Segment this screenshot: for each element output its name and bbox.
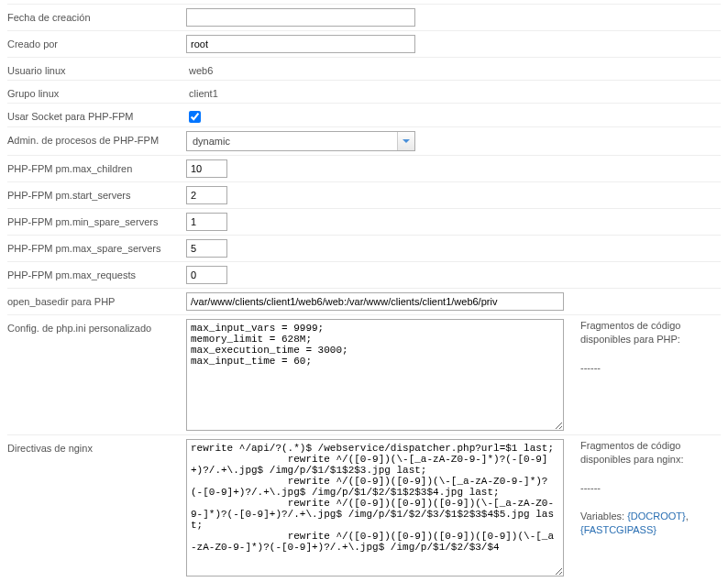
textarea-nginx[interactable]: rewrite ^/api/?(.*)$ /webservice/dispatc… bbox=[186, 439, 564, 577]
row-grupo-linux: Grupo linux client1 bbox=[7, 80, 721, 103]
select-pm-mode[interactable]: dynamic bbox=[186, 131, 415, 151]
input-pm-min-spare[interactable] bbox=[186, 213, 227, 231]
label-usuario-linux: Usuario linux bbox=[7, 61, 186, 76]
label-pm-max-requests: PHP-FPM pm.max_requests bbox=[7, 266, 186, 280]
row-usuario-linux: Usuario linux web6 bbox=[7, 57, 721, 80]
label-open-basedir: open_basedir para PHP bbox=[7, 292, 186, 307]
row-pm-mode: Admin. de procesos de PHP-FPM dynamic bbox=[7, 126, 721, 155]
value-usuario-linux: web6 bbox=[186, 61, 213, 76]
label-creado-por: Creado por bbox=[7, 35, 186, 49]
row-open-basedir: open_basedir para PHP bbox=[7, 288, 721, 314]
row-use-socket: Usar Socket para PHP-FPM bbox=[7, 103, 721, 126]
label-fecha-creacion: Fecha de creación bbox=[7, 8, 186, 23]
row-pm-max-spare: PHP-FPM pm.max_spare_servers bbox=[7, 235, 721, 261]
label-pm-mode: Admin. de procesos de PHP-FPM bbox=[7, 131, 186, 146]
link-docroot[interactable]: {DOCROOT} bbox=[627, 511, 686, 522]
nginx-snippets-dash: ------ bbox=[580, 481, 721, 495]
input-pm-max-children[interactable] bbox=[186, 159, 227, 178]
row-php-ini: Config. de php.ini personalizado max_inp… bbox=[7, 314, 721, 434]
label-pm-max-children: PHP-FPM pm.max_children bbox=[7, 159, 186, 174]
nginx-snippets-title: Fragmentos de código disponibles para ng… bbox=[580, 439, 721, 467]
link-fastcgipass[interactable]: {FASTCGIPASS} bbox=[580, 524, 656, 535]
row-creado-por: Creado por bbox=[7, 30, 721, 57]
row-pm-max-requests: PHP-FPM pm.max_requests bbox=[7, 261, 721, 288]
row-pm-max-children: PHP-FPM pm.max_children bbox=[7, 155, 721, 181]
row-nginx: Directivas de nginx rewrite ^/api/?(.*)$… bbox=[7, 434, 721, 580]
row-pm-start-servers: PHP-FPM pm.start_servers bbox=[7, 181, 721, 208]
input-creado-por[interactable] bbox=[186, 35, 415, 53]
input-pm-max-spare[interactable] bbox=[186, 239, 227, 258]
select-pm-mode-value: dynamic bbox=[187, 136, 397, 147]
label-pm-start-servers: PHP-FPM pm.start_servers bbox=[7, 186, 186, 201]
label-nginx: Directivas de nginx bbox=[7, 439, 186, 454]
nginx-vars-label: Variables: bbox=[580, 511, 627, 522]
textarea-php-ini[interactable]: max_input_vars = 9999; memory_limit = 62… bbox=[186, 319, 564, 431]
input-fecha-creacion[interactable] bbox=[186, 8, 415, 27]
row-fecha-creacion: Fecha de creación bbox=[7, 4, 721, 30]
label-php-ini: Config. de php.ini personalizado bbox=[7, 319, 186, 334]
input-pm-start-servers[interactable] bbox=[186, 186, 227, 204]
label-use-socket: Usar Socket para PHP-FPM bbox=[7, 107, 186, 122]
nginx-snippets-note: Fragmentos de código disponibles para ng… bbox=[580, 439, 721, 538]
checkbox-use-socket[interactable] bbox=[189, 111, 201, 123]
label-grupo-linux: Grupo linux bbox=[7, 84, 186, 99]
chevron-down-icon bbox=[397, 132, 414, 150]
value-grupo-linux: client1 bbox=[186, 84, 218, 99]
php-snippets-note: Fragmentos de código disponibles para PH… bbox=[580, 319, 721, 376]
input-pm-max-requests[interactable] bbox=[186, 266, 227, 284]
label-pm-max-spare: PHP-FPM pm.max_spare_servers bbox=[7, 239, 186, 254]
php-snippets-title: Fragmentos de código disponibles para PH… bbox=[580, 319, 721, 347]
nginx-vars-comma: , bbox=[686, 511, 689, 522]
label-pm-min-spare: PHP-FPM pm.min_spare_servers bbox=[7, 213, 186, 227]
input-open-basedir[interactable] bbox=[186, 292, 564, 311]
php-snippets-dash: ------ bbox=[580, 361, 721, 375]
row-pm-min-spare: PHP-FPM pm.min_spare_servers bbox=[7, 208, 721, 235]
